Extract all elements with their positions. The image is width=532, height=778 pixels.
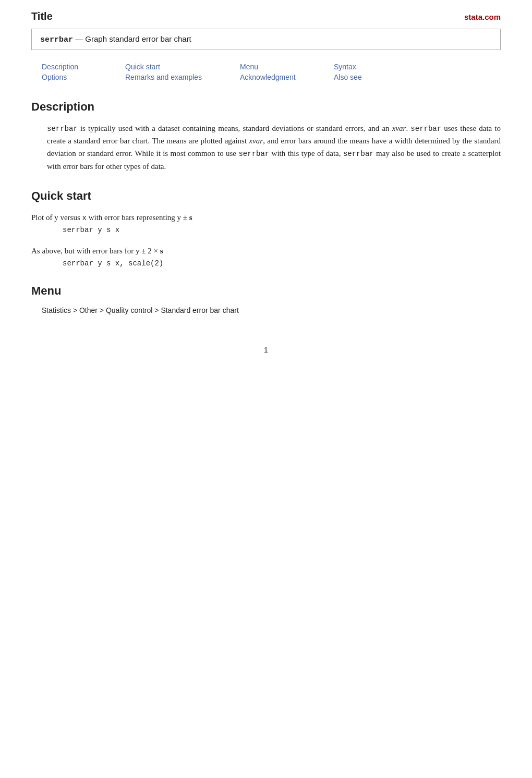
qs-bold-s-1: s	[189, 213, 192, 222]
title-box: serrbar — Graph standard error bar chart	[31, 29, 501, 50]
description-section: Description serrbar is typically used wi…	[31, 100, 501, 173]
quickstart-section: Quick start Plot of y versus x with erro…	[31, 189, 501, 268]
nav-acknowledgment[interactable]: Acknowledgment	[240, 73, 334, 81]
serrbar-code-4: serrbar	[343, 150, 374, 158]
nav-alsosee[interactable]: Also see	[334, 73, 396, 81]
menu-section: Menu Statistics > Other > Quality contro…	[31, 284, 501, 314]
nav-quickstart[interactable]: Quick start	[125, 63, 240, 71]
nav-remarks[interactable]: Remarks and examples	[125, 73, 240, 81]
nav-menu[interactable]: Menu	[240, 63, 334, 71]
nav-description[interactable]: Description	[42, 63, 125, 71]
quickstart-heading: Quick start	[31, 189, 501, 203]
quickstart-code-1: serrbar y s x	[31, 226, 501, 234]
quickstart-code-2: serrbar y s x, scale(2)	[31, 259, 501, 268]
xvar-italic-2: xvar	[249, 137, 263, 145]
nav-syntax[interactable]: Syntax	[334, 63, 396, 71]
quickstart-item-1: Plot of y versus x with error bars repre…	[31, 211, 501, 234]
em-dash: —	[75, 34, 83, 43]
command-name: serrbar	[40, 35, 73, 44]
description-body: serrbar is typically used with a dataset…	[31, 122, 501, 173]
quickstart-label-2: As above, but with error bars for y ± 2 …	[31, 245, 501, 257]
serrbar-code-3: serrbar	[238, 150, 269, 158]
page-number: 1	[31, 346, 501, 354]
qs-bold-s-2: s	[160, 247, 163, 255]
xvar-italic-1: xvar	[392, 124, 406, 132]
qs-code-x-1: x	[82, 214, 87, 222]
serrbar-code-2: serrbar	[410, 125, 441, 133]
stata-link[interactable]: stata.com	[464, 13, 501, 21]
page-title: Title	[31, 10, 53, 22]
menu-heading: Menu	[31, 284, 501, 298]
nav-links: Description Quick start Menu Syntax Opti…	[31, 63, 501, 81]
description-heading: Description	[31, 100, 501, 114]
description-paragraph: serrbar is typically used with a dataset…	[47, 122, 501, 173]
nav-options[interactable]: Options	[42, 73, 125, 81]
page-header: Title stata.com	[31, 10, 501, 22]
command-description: Graph standard error bar chart	[85, 34, 191, 43]
quickstart-label-1: Plot of y versus x with error bars repre…	[31, 211, 501, 224]
quickstart-item-2: As above, but with error bars for y ± 2 …	[31, 245, 501, 268]
menu-path: Statistics > Other > Quality control > S…	[31, 306, 501, 314]
serrbar-code-1: serrbar	[47, 125, 78, 133]
